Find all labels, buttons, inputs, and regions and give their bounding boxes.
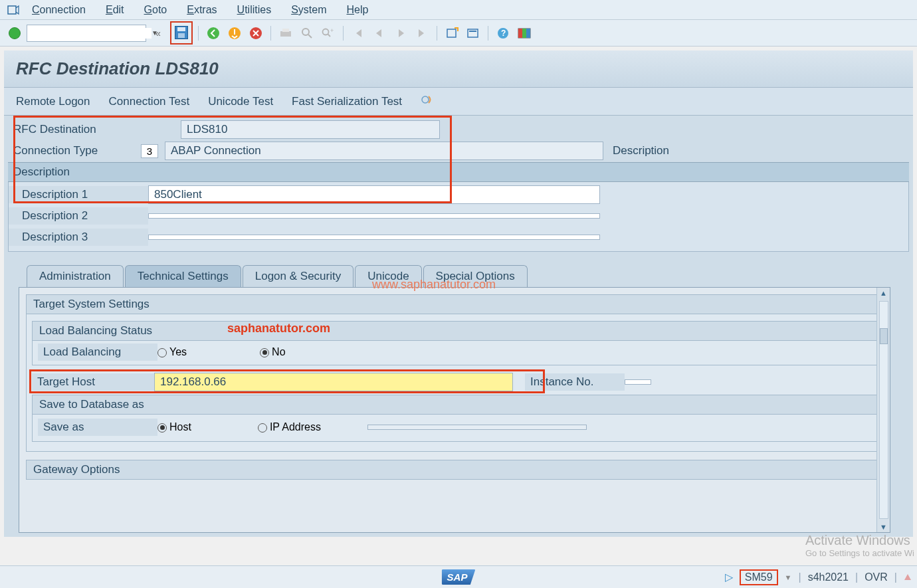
action-fast-serialization-test[interactable]: Fast Serialization Test	[292, 95, 402, 108]
status-system: s4h2021	[808, 571, 849, 583]
rfc-destination-field[interactable]: LDS810	[181, 120, 440, 139]
action-connection-test[interactable]: Connection Test	[109, 95, 190, 108]
menu-bar: Connection Edit Goto Extras Utilities Sy…	[0, 0, 917, 20]
save-ip-label: IP Address	[270, 421, 321, 433]
sap-logo: SAP	[442, 569, 476, 585]
status-tcode: SM59	[740, 569, 778, 585]
find-next-button[interactable]: +	[319, 24, 338, 43]
connection-type-code[interactable]: 3	[141, 144, 158, 158]
print-button[interactable]	[276, 24, 295, 43]
svg-point-4	[207, 27, 219, 39]
svg-rect-8	[282, 29, 289, 32]
activate-windows-watermark: Activate Windows Go to Settings to activ…	[805, 533, 914, 558]
create-shortcut-button[interactable]	[464, 24, 482, 43]
target-host-label: Target Host	[32, 373, 154, 391]
svg-text:+: +	[330, 27, 334, 34]
command-field-wrap: ▼	[27, 25, 146, 42]
svg-rect-3	[178, 33, 185, 38]
rfc-destination-label: RFC Destination	[8, 121, 141, 138]
connection-desc-label: Description	[607, 142, 674, 159]
svg-line-12	[328, 34, 331, 37]
status-mode: OVR	[865, 571, 888, 583]
help-button[interactable]: ?	[494, 24, 512, 43]
status-bar: SAP ▷ SM59 ▼ | s4h2021 | OVR |	[0, 565, 917, 588]
instance-no-field[interactable]	[625, 379, 651, 385]
command-field[interactable]	[27, 28, 152, 39]
next-page-button[interactable]	[391, 24, 410, 43]
menu-system[interactable]: System	[282, 1, 336, 19]
svg-rect-16	[469, 31, 476, 32]
svg-rect-20	[518, 29, 522, 38]
save-button[interactable]	[172, 23, 191, 42]
menu-goto[interactable]: Goto	[135, 1, 177, 19]
status-dropdown-icon[interactable]: ▼	[785, 573, 792, 581]
lb-yes-radio[interactable]: Yes	[157, 346, 187, 358]
prev-page-button[interactable]	[370, 24, 389, 43]
menu-help[interactable]: Help	[338, 1, 378, 19]
enter-button[interactable]	[5, 24, 24, 43]
svg-point-9	[302, 29, 309, 35]
status-play-icon[interactable]: ▷	[725, 571, 733, 583]
desc2-field[interactable]	[148, 213, 600, 219]
back-button[interactable]	[204, 24, 223, 43]
collapse-icon[interactable]: «	[149, 24, 167, 43]
save-ip-radio[interactable]: IP Address	[258, 421, 321, 433]
lb-no-radio[interactable]: No	[260, 346, 285, 358]
tab-administration[interactable]: Administration	[27, 265, 124, 287]
cancel-button[interactable]	[247, 24, 265, 43]
tab-technical-settings[interactable]: Technical Settings	[125, 265, 241, 287]
scroll-up-icon[interactable]: ▲	[877, 288, 890, 298]
load-balancing-header: Load Balancing Status	[33, 322, 876, 341]
action-remote-logon[interactable]: Remote Logon	[16, 95, 90, 108]
svg-rect-2	[177, 27, 185, 31]
first-page-button[interactable]	[349, 24, 367, 43]
save-highlight	[170, 21, 193, 45]
lb-no-label: No	[272, 346, 285, 357]
activate-line1: Activate Windows	[805, 533, 914, 548]
layout-button[interactable]	[515, 24, 534, 43]
svg-point-11	[323, 29, 329, 35]
content-area: RFC Destination LDS810 Connection Type 3…	[4, 116, 913, 537]
load-balancing-label: Load Balancing	[38, 343, 157, 361]
toolbar: ▼ « + ?	[0, 20, 917, 47]
action-unicode-test[interactable]: Unicode Test	[208, 95, 273, 108]
menu-edit[interactable]: Edit	[96, 1, 134, 19]
desc1-field[interactable]: 850Client	[148, 185, 600, 204]
save-host-radio[interactable]: Host	[157, 421, 191, 433]
save-as-label: Save as	[38, 419, 157, 436]
desc3-label: Description 3	[9, 229, 148, 246]
target-system-header: Target System Settings	[26, 294, 883, 314]
scroll-thumb[interactable]	[880, 328, 888, 344]
exit-button[interactable]	[225, 24, 244, 43]
target-host-field[interactable]: 192.168.0.66	[154, 373, 513, 391]
action-bar: Remote Logon Connection Test Unicode Tes…	[4, 88, 913, 116]
tech-settings-panel: ▲ ▼ Target System Settings Load Balancin…	[19, 287, 890, 533]
scroll-down-icon[interactable]: ▼	[877, 522, 890, 532]
desc1-label: Description 1	[9, 186, 148, 203]
tab-logon-security[interactable]: Logon & Security	[243, 265, 354, 287]
desc3-field[interactable]	[148, 235, 600, 240]
watermark-url: www.saphanatutor.com	[372, 278, 496, 292]
svg-rect-21	[522, 29, 526, 38]
watermark-brand: saphanatutor.com	[227, 322, 330, 336]
action-extra-icon[interactable]	[421, 93, 435, 110]
gateway-options-header: Gateway Options	[26, 460, 883, 480]
connection-type-label: Connection Type	[8, 142, 141, 159]
menu-utilities[interactable]: Utilities	[228, 1, 281, 19]
save-host-label: Host	[169, 421, 191, 433]
lb-yes-label: Yes	[169, 346, 187, 357]
page-title: RFC Destination LDS810	[16, 58, 901, 79]
svg-rect-15	[468, 29, 478, 37]
last-page-button[interactable]	[413, 24, 431, 43]
new-session-button[interactable]	[443, 24, 461, 43]
menu-connection[interactable]: Connection	[23, 1, 95, 19]
svg-rect-14	[447, 29, 456, 37]
find-button[interactable]	[298, 24, 316, 43]
connection-type-field[interactable]: ABAP Connection	[165, 142, 603, 160]
vertical-scrollbar[interactable]: ▲ ▼	[876, 288, 890, 532]
status-signal-icon[interactable]	[904, 571, 914, 583]
window-icon[interactable]	[5, 2, 21, 18]
save-db-header: Save to Database as	[33, 395, 876, 415]
instance-no-label: Instance No.	[525, 373, 625, 391]
menu-extras[interactable]: Extras	[177, 1, 226, 19]
